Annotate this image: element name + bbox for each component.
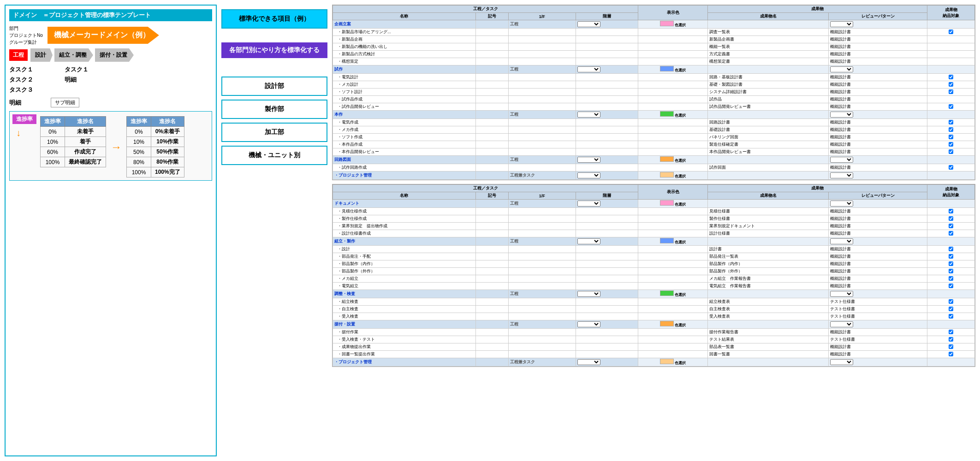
delivery-checkbox[interactable] <box>949 337 953 342</box>
delivery-checkbox-cell[interactable] <box>927 290 975 298</box>
delivery-checkbox[interactable] <box>949 231 953 236</box>
kaiso-select[interactable] <box>577 291 600 297</box>
kaiso-select[interactable] <box>577 172 600 178</box>
delivery-checkbox-cell[interactable] <box>927 313 975 320</box>
delivery-checkbox-cell[interactable] <box>927 51 975 58</box>
delivery-checkbox-cell[interactable] <box>927 208 975 215</box>
delivery-checkbox[interactable] <box>949 276 953 281</box>
kaiso-select[interactable] <box>577 66 600 72</box>
delivery-checkbox-cell[interactable] <box>927 141 975 148</box>
delivery-checkbox[interactable] <box>949 209 953 213</box>
delivery-checkbox[interactable] <box>949 314 953 319</box>
color-select-cell[interactable]: 色選択 <box>638 65 708 74</box>
color-select-cell[interactable]: 色選択 <box>638 320 708 329</box>
delivery-checkbox-cell[interactable] <box>927 336 975 343</box>
kaiso-select[interactable] <box>577 359 600 365</box>
review-select[interactable] <box>830 238 853 244</box>
delivery-checkbox-cell[interactable] <box>927 89 975 96</box>
delivery-checkbox[interactable] <box>949 135 953 139</box>
delivery-checkbox-cell[interactable] <box>927 96 975 103</box>
dept-btn-processing[interactable]: 加工部 <box>221 123 327 142</box>
color-select-cell[interactable]: 色選択 <box>638 290 708 298</box>
delivery-checkbox[interactable] <box>949 216 953 221</box>
delivery-checkbox-cell[interactable] <box>927 65 975 74</box>
delivery-checkbox[interactable] <box>949 104 953 109</box>
kaiso-select[interactable] <box>577 157 600 163</box>
color-select-cell[interactable]: 色選択 <box>638 200 708 208</box>
delivery-checkbox[interactable] <box>949 307 953 311</box>
kaiso-select[interactable] <box>577 112 600 118</box>
dept-btn-manufacture[interactable]: 製作部 <box>221 100 327 119</box>
delivery-checkbox-cell[interactable] <box>927 200 975 208</box>
delivery-checkbox-cell[interactable] <box>927 156 975 164</box>
kaiso-select[interactable] <box>577 21 600 27</box>
delivery-checkbox-cell[interactable] <box>927 126 975 134</box>
delivery-checkbox[interactable] <box>949 352 953 356</box>
review-select[interactable] <box>830 21 853 27</box>
delivery-checkbox[interactable] <box>949 89 953 94</box>
dept-btn-design[interactable]: 設計部 <box>221 77 327 96</box>
delivery-checkbox[interactable] <box>949 142 953 147</box>
delivery-checkbox-cell[interactable] <box>927 111 975 119</box>
kaiso-select[interactable] <box>577 201 600 207</box>
delivery-checkbox[interactable] <box>949 254 953 259</box>
delivery-checkbox-cell[interactable] <box>927 164 975 171</box>
delivery-checkbox-cell[interactable] <box>927 230 975 237</box>
delivery-checkbox[interactable] <box>949 261 953 266</box>
delivery-checkbox[interactable] <box>949 299 953 304</box>
dept-btn-machine[interactable]: 機械・ユニット別 <box>221 146 327 165</box>
delivery-checkbox-cell[interactable] <box>927 148 975 156</box>
delivery-checkbox-cell[interactable] <box>927 215 975 223</box>
delivery-checkbox-cell[interactable] <box>927 298 975 306</box>
delivery-checkbox-cell[interactable] <box>927 81 975 89</box>
delivery-checkbox[interactable] <box>949 165 953 170</box>
delivery-checkbox-cell[interactable] <box>927 351 975 358</box>
kaiso-select[interactable] <box>577 238 600 244</box>
color-select-cell[interactable]: 色選択 <box>638 111 708 119</box>
color-select-cell[interactable]: 色選択 <box>638 171 708 180</box>
delivery-checkbox-cell[interactable] <box>927 43 975 51</box>
delivery-checkbox-cell[interactable] <box>927 268 975 275</box>
delivery-checkbox[interactable] <box>949 344 953 349</box>
delivery-checkbox[interactable] <box>949 284 953 288</box>
delivery-checkbox-cell[interactable] <box>927 320 975 329</box>
delivery-checkbox[interactable] <box>949 127 953 132</box>
delivery-checkbox[interactable] <box>949 82 953 87</box>
delivery-checkbox[interactable] <box>949 149 953 154</box>
delivery-checkbox-cell[interactable] <box>927 283 975 290</box>
review-select[interactable] <box>830 66 853 72</box>
delivery-checkbox[interactable] <box>949 224 953 228</box>
delivery-checkbox-cell[interactable] <box>927 237 975 246</box>
review-select[interactable] <box>830 201 853 207</box>
delivery-checkbox-cell[interactable] <box>927 343 975 351</box>
delivery-checkbox-cell[interactable] <box>927 329 975 336</box>
delivery-checkbox-cell[interactable] <box>927 246 975 253</box>
review-select[interactable] <box>830 291 853 297</box>
delivery-checkbox-cell[interactable] <box>927 134 975 141</box>
review-select[interactable] <box>830 112 853 118</box>
delivery-checkbox[interactable] <box>949 75 953 79</box>
delivery-checkbox-cell[interactable] <box>927 36 975 43</box>
delivery-checkbox[interactable] <box>949 247 953 251</box>
review-select[interactable] <box>830 359 853 365</box>
review-select[interactable] <box>830 321 853 327</box>
delivery-checkbox-cell[interactable] <box>927 74 975 81</box>
delivery-checkbox[interactable] <box>949 120 953 124</box>
delivery-checkbox[interactable] <box>949 330 953 334</box>
delivery-checkbox-cell[interactable] <box>927 29 975 36</box>
color-select-cell[interactable]: 色選択 <box>638 156 708 164</box>
delivery-checkbox[interactable] <box>949 269 953 273</box>
delivery-checkbox-cell[interactable] <box>927 171 975 180</box>
color-select-cell[interactable]: 色選択 <box>638 20 708 29</box>
delivery-checkbox-cell[interactable] <box>927 20 975 29</box>
delivery-checkbox-cell[interactable] <box>927 253 975 260</box>
delivery-checkbox-cell[interactable] <box>927 275 975 283</box>
delivery-checkbox-cell[interactable] <box>927 260 975 268</box>
review-select[interactable] <box>830 172 853 178</box>
color-select-cell[interactable]: 色選択 <box>638 358 708 366</box>
delivery-checkbox-cell[interactable] <box>927 306 975 313</box>
delivery-checkbox-cell[interactable] <box>927 58 975 65</box>
kaiso-select[interactable] <box>577 321 600 327</box>
delivery-checkbox[interactable] <box>949 30 953 34</box>
color-select-cell[interactable]: 色選択 <box>638 237 708 246</box>
